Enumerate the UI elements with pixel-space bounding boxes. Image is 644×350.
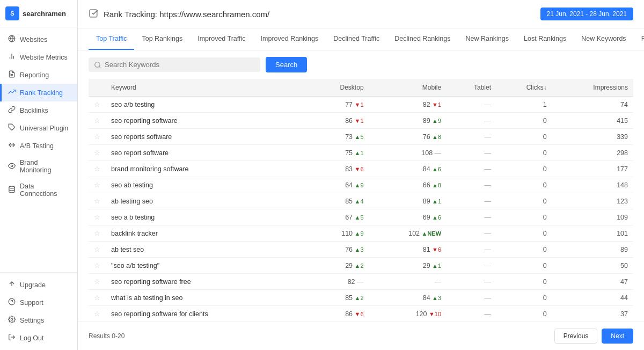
- favorite-star[interactable]: ☆: [89, 113, 106, 129]
- sidebar-item-upgrade[interactable]: Upgrade: [0, 276, 77, 294]
- impressions-cell: 415: [552, 113, 633, 129]
- sidebar-item-label: Websites: [20, 36, 47, 43]
- sidebar-item-data-connections[interactable]: Data Connections: [0, 178, 77, 202]
- rank-tracking-icon: [89, 9, 98, 20]
- sidebar-item-label: Data Connections: [20, 183, 71, 198]
- col-keyword: Keyword: [106, 79, 298, 97]
- favorite-star[interactable]: ☆: [89, 193, 106, 209]
- tab-declined-traffic[interactable]: Declined Traffic: [326, 28, 387, 50]
- table-row: ☆ ab test seo 76 ▲3 81 ▼6 — 0 89: [89, 242, 633, 258]
- tab-favorites[interactable]: Favorites: [634, 28, 644, 50]
- sidebar-item-brand-monitoring[interactable]: Brand Monitoring: [0, 155, 77, 178]
- col-mobile: Mobile: [369, 79, 447, 97]
- keyword-cell: seo ab testing: [106, 177, 298, 193]
- sidebar-item-label: Support: [20, 299, 43, 307]
- tab-improved-rankings[interactable]: Improved Rankings: [253, 28, 326, 50]
- table-row: ☆ seo a/b testing 77 ▼1 82 ▼1 — 1 74: [89, 97, 633, 113]
- favorite-star[interactable]: ☆: [89, 290, 106, 306]
- favorite-star[interactable]: ☆: [89, 97, 106, 113]
- impressions-cell: 177: [552, 161, 633, 177]
- table-row: ☆ brand monitoring software 83 ▼6 84 ▲6 …: [89, 161, 633, 177]
- table-row: ☆ "seo a/b testing" 29 ▲2 29 ▲1 — 0 50: [89, 258, 633, 274]
- favorite-star[interactable]: ☆: [89, 161, 106, 177]
- sidebar-item-rank-tracking[interactable]: Rank Tracking: [0, 84, 77, 101]
- keyword-cell: seo reporting software: [106, 113, 298, 129]
- tab-lost-rankings[interactable]: Lost Rankings: [516, 28, 574, 50]
- mobile-cell: 89 ▲1: [369, 193, 447, 209]
- favorite-star[interactable]: ☆: [89, 242, 106, 258]
- tab-top-rankings[interactable]: Top Rankings: [134, 28, 190, 50]
- bar-chart-icon: [8, 53, 16, 62]
- favorite-star[interactable]: ☆: [89, 209, 106, 225]
- date-range-badge[interactable]: 21 Jun, 2021 - 28 Jun, 2021: [540, 8, 633, 20]
- tab-new-rankings[interactable]: New Rankings: [458, 28, 516, 50]
- favorite-star[interactable]: ☆: [89, 306, 106, 322]
- main-header: Rank Tracking: https://www.searchramen.c…: [78, 0, 644, 28]
- desktop-cell: 110 ▲9: [298, 225, 369, 242]
- favorite-star[interactable]: ☆: [89, 129, 106, 145]
- mobile-cell: 69 ▲6: [369, 209, 447, 225]
- next-button[interactable]: Next: [602, 329, 633, 344]
- svg-point-10: [9, 186, 15, 188]
- tablet-cell: —: [447, 306, 496, 322]
- svg-point-14: [11, 318, 13, 320]
- desktop-cell: 73 ▲5: [298, 129, 369, 145]
- tabs-bar: Top TrafficTop RankingsImproved TrafficI…: [78, 28, 644, 50]
- tab-declined-rankings[interactable]: Declined Rankings: [387, 28, 458, 50]
- trending-up-icon: [8, 88, 16, 97]
- tablet-cell: —: [447, 129, 496, 145]
- desktop-cell: 85 ▲2: [298, 290, 369, 306]
- sidebar-item-support[interactable]: Support: [0, 294, 77, 311]
- eye-icon: [8, 162, 16, 171]
- tab-improved-traffic[interactable]: Improved Traffic: [190, 28, 253, 50]
- favorite-star[interactable]: ☆: [89, 177, 106, 193]
- svg-point-9: [11, 165, 13, 167]
- desktop-cell: 64 ▲9: [298, 177, 369, 193]
- desktop-cell: 83 ▼6: [298, 161, 369, 177]
- sidebar-item-backlinks[interactable]: Backlinks: [0, 101, 77, 119]
- mobile-cell: 66 ▲8: [369, 177, 447, 193]
- rank-up: ▲1: [355, 150, 364, 156]
- sidebar-item-websites[interactable]: Websites: [0, 31, 77, 48]
- rank-up: ▲8: [432, 182, 441, 188]
- impressions-cell: 89: [552, 242, 633, 258]
- sidebar-item-label: Log Out: [20, 334, 43, 342]
- rank-up: ▲9: [432, 118, 441, 124]
- rank-up: ▲1: [432, 262, 441, 269]
- sidebar-item-reporting[interactable]: Reporting: [0, 66, 77, 84]
- sidebar-item-label: Website Metrics: [20, 54, 68, 61]
- impressions-cell: 148: [552, 177, 633, 193]
- table-header-row: Keyword Desktop Mobile Tablet Clicks↓ Im…: [89, 79, 633, 97]
- previous-button[interactable]: Previous: [554, 329, 598, 344]
- search-button[interactable]: Search: [266, 57, 307, 72]
- tablet-cell: —: [447, 113, 496, 129]
- tab-top-traffic[interactable]: Top Traffic: [89, 28, 134, 50]
- rank-up: ▲1: [432, 198, 441, 205]
- favorite-star[interactable]: ☆: [89, 274, 106, 290]
- puzzle-icon: [8, 123, 16, 133]
- favorite-star[interactable]: ☆: [89, 145, 106, 161]
- sidebar-item-settings[interactable]: Settings: [0, 311, 77, 329]
- main-content: Rank Tracking: https://www.searchramen.c…: [78, 0, 644, 350]
- keyword-cell: seo reporting software for clients: [106, 306, 298, 322]
- sidebar-item-label: A/B Testing: [20, 142, 54, 150]
- search-input[interactable]: [105, 61, 255, 69]
- tablet-cell: —: [447, 242, 496, 258]
- tablet-cell: —: [447, 209, 496, 225]
- sidebar-item-universal-plugin[interactable]: Universal Plugin: [0, 119, 77, 137]
- sidebar-item-website-metrics[interactable]: Website Metrics: [0, 48, 77, 66]
- settings-icon: [8, 316, 16, 325]
- keywords-table: Keyword Desktop Mobile Tablet Clicks↓ Im…: [89, 79, 633, 322]
- favorite-star[interactable]: ☆: [89, 225, 106, 242]
- clicks-cell: 0: [496, 113, 552, 129]
- clicks-cell: 0: [496, 193, 552, 209]
- sidebar-item-ab-testing[interactable]: A/B Testing: [0, 137, 77, 155]
- sidebar-item-label: Rank Tracking: [20, 89, 63, 97]
- sidebar-item-logout[interactable]: Log Out: [0, 329, 77, 347]
- rank-down: ▼6: [355, 166, 364, 172]
- table-row: ☆ seo reporting software 86 ▼1 89 ▲9 — 0…: [89, 113, 633, 129]
- favorite-star[interactable]: ☆: [89, 258, 106, 274]
- keywords-table-container: Keyword Desktop Mobile Tablet Clicks↓ Im…: [78, 79, 644, 322]
- desktop-cell: 82 —: [298, 274, 369, 290]
- tab-new-keywords[interactable]: New Keywords: [574, 28, 633, 50]
